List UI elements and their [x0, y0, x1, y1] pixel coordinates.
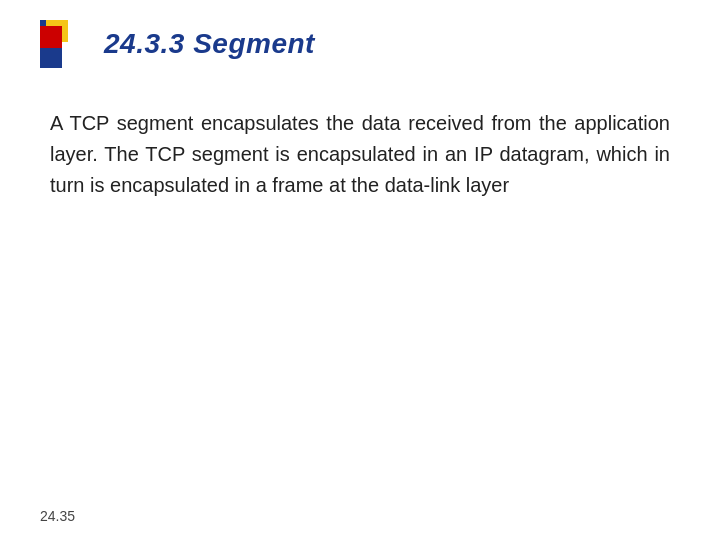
slide-title: 24.3.3 Segment — [104, 28, 315, 60]
body-paragraph: A TCP segment encapsulates the data rece… — [50, 108, 670, 201]
slide-number: 24.35 — [40, 508, 75, 524]
logo-icon — [40, 20, 88, 68]
slide: 24.3.3 Segment A TCP segment encapsulate… — [0, 0, 720, 540]
slide-header: 24.3.3 Segment — [40, 20, 680, 68]
slide-content: A TCP segment encapsulates the data rece… — [40, 98, 680, 211]
